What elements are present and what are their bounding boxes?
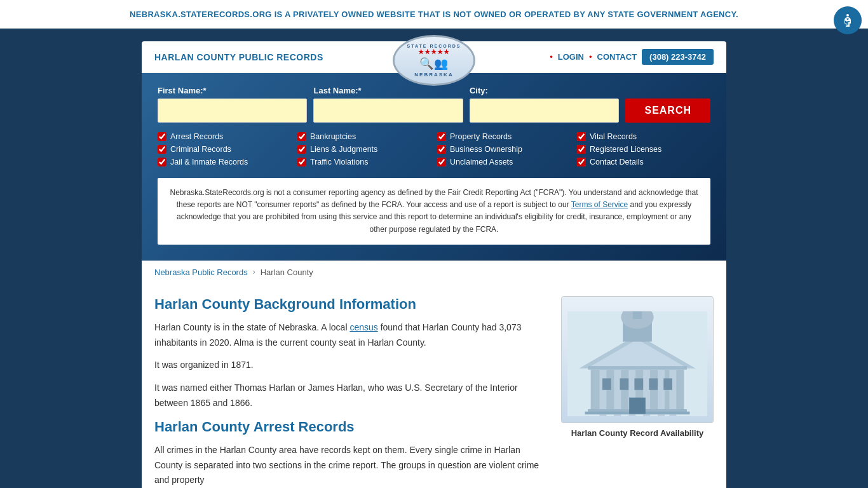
checkbox-item: Liens & Judgments	[297, 145, 431, 154]
checkbox-business-ownership[interactable]	[437, 145, 446, 154]
svg-rect-19	[634, 378, 643, 390]
checkbox-criminal-records[interactable]	[158, 145, 166, 154]
disclaimer-box: Nebraska.StateRecords.org is not a consu…	[158, 178, 710, 245]
svg-rect-7	[658, 367, 665, 416]
logo-icons: 🔍👥	[419, 57, 449, 71]
section2-title: Harlan County Arrest Records	[154, 419, 545, 435]
checkbox-item: Property Records	[437, 132, 571, 141]
svg-rect-23	[588, 366, 687, 370]
header-card: HARLAN COUNTY PUBLIC RECORDS STATE RECOR…	[142, 41, 726, 488]
checkbox-item: Bankruptcies	[297, 132, 431, 141]
section1-p3: It was named either Thomas Harlan or Jam…	[154, 381, 545, 411]
section1-p1: Harlan County is in the state of Nebrask…	[154, 320, 545, 351]
svg-rect-4	[614, 367, 621, 416]
first-name-input[interactable]	[158, 98, 307, 123]
logo-stars: ★★★★★	[418, 48, 450, 55]
checkbox-label: Arrest Records	[170, 132, 223, 141]
nav-dot-2: •	[589, 52, 592, 62]
site-title: HARLAN COUNTY PUBLIC RECORDS	[154, 52, 323, 62]
first-name-group: First Name:*	[158, 86, 307, 123]
disclaimer-text: Nebraska.StateRecords.org is not a consu…	[170, 188, 698, 234]
last-name-input[interactable]	[313, 98, 463, 123]
header-nav: • LOGIN • CONTACT (308) 223-3742	[550, 49, 714, 65]
section2-p1: All crimes in the Harlan County area hav…	[154, 443, 545, 488]
breadcrumb-separator: ›	[253, 268, 255, 276]
accessibility-button[interactable]	[834, 6, 862, 34]
checkbox-label: Liens & Judgments	[310, 145, 377, 154]
nav-dot-1: •	[550, 52, 553, 62]
sidebar: Harlan County Record Availability	[561, 283, 714, 488]
checkbox-item: Vital Records	[577, 132, 710, 141]
building-svg	[562, 311, 713, 416]
checkbox-label: Criminal Records	[170, 145, 231, 154]
banner-text: NEBRASKA.STATERECORDS.ORG IS A PRIVATELY…	[130, 10, 738, 19]
checkbox-property-records[interactable]	[437, 132, 446, 141]
svg-rect-22	[629, 397, 646, 414]
search-section: First Name:* Last Name:* City: SEARCH	[142, 73, 726, 261]
svg-rect-15	[633, 311, 642, 319]
city-label: City:	[470, 86, 619, 95]
checkbox-label: Contact Details	[590, 158, 644, 166]
checkbox-unclaimed-assets[interactable]	[437, 158, 446, 166]
main-content: Harlan County Background Information Har…	[154, 283, 545, 488]
logo-top-text: STATE RECORDS	[407, 44, 461, 48]
checkbox-label: Property Records	[450, 132, 512, 141]
checkbox-label: Jail & Inmate Records	[170, 158, 248, 166]
svg-rect-20	[649, 378, 658, 390]
breadcrumb-parent-link[interactable]: Nebraska Public Records	[154, 268, 248, 277]
center-container: HARLAN COUNTY PUBLIC RECORDS STATE RECOR…	[132, 41, 736, 488]
checkbox-item: Contact Details	[577, 158, 710, 166]
last-name-label: Last Name:*	[313, 86, 463, 95]
checkbox-label: Business Ownership	[450, 145, 522, 154]
terms-link[interactable]: Terms of Service	[571, 200, 628, 209]
search-button[interactable]: SEARCH	[625, 98, 710, 123]
checkbox-traffic-violations[interactable]	[297, 158, 306, 166]
checkbox-item: Jail & Inmate Records	[158, 158, 291, 166]
checkbox-item: Registered Licenses	[577, 145, 710, 154]
checkbox-bankruptcies[interactable]	[297, 132, 306, 141]
logo-container: STATE RECORDS ★★★★★ 🔍👥 NEBRASKA	[393, 35, 475, 86]
last-name-group: Last Name:*	[313, 86, 463, 123]
checkbox-contact-details[interactable]	[577, 158, 586, 166]
checkbox-label: Registered Licenses	[590, 145, 661, 154]
svg-rect-17	[602, 378, 611, 390]
search-fields: First Name:* Last Name:* City: SEARCH	[158, 86, 710, 123]
svg-point-0	[846, 14, 849, 17]
header-top: HARLAN COUNTY PUBLIC RECORDS STATE RECOR…	[142, 41, 726, 73]
checkbox-jail-&-inmate-records[interactable]	[158, 158, 166, 166]
census-link[interactable]: census	[349, 322, 377, 332]
checkbox-item: Traffic Violations	[297, 158, 431, 166]
content-area: Harlan County Background Information Har…	[142, 283, 726, 488]
checkbox-label: Vital Records	[590, 132, 637, 141]
breadcrumb: Nebraska Public Records › Harlan County	[142, 261, 726, 283]
checkbox-label: Traffic Violations	[310, 158, 368, 166]
checkbox-item: Arrest Records	[158, 132, 291, 141]
checkbox-label: Unclaimed Assets	[450, 158, 513, 166]
checkbox-liens-&-judgments[interactable]	[297, 145, 306, 154]
main-wrapper: HARLAN COUNTY PUBLIC RECORDS STATE RECOR…	[0, 29, 868, 488]
svg-rect-21	[663, 378, 672, 390]
breadcrumb-current: Harlan County	[261, 268, 313, 277]
checkbox-item: Unclaimed Assets	[437, 158, 571, 166]
site-logo: STATE RECORDS ★★★★★ 🔍👥 NEBRASKA	[393, 35, 475, 86]
section1-p2: It was organized in 1871.	[154, 358, 545, 373]
checkbox-item: Criminal Records	[158, 145, 291, 154]
login-link[interactable]: LOGIN	[558, 52, 584, 62]
checkbox-registered-licenses[interactable]	[577, 145, 586, 154]
logo-bottom-text: NEBRASKA	[414, 72, 453, 78]
sidebar-caption: Harlan County Record Availability	[561, 423, 714, 443]
checkboxes-grid: Arrest RecordsBankruptciesProperty Recor…	[158, 132, 710, 166]
accessibility-icon	[840, 13, 855, 28]
checkbox-vital-records[interactable]	[577, 132, 586, 141]
first-name-label: First Name:*	[158, 86, 307, 95]
section1-title: Harlan County Background Information	[154, 296, 545, 313]
top-banner: NEBRASKA.STATERECORDS.ORG IS A PRIVATELY…	[0, 0, 868, 29]
phone-button[interactable]: (308) 223-3742	[642, 49, 714, 65]
svg-rect-3	[599, 367, 606, 416]
checkbox-arrest-records[interactable]	[158, 132, 166, 141]
checkbox-label: Bankruptcies	[310, 132, 356, 141]
contact-link[interactable]: CONTACT	[597, 52, 637, 62]
svg-rect-8	[669, 367, 676, 416]
city-input[interactable]	[470, 98, 619, 123]
svg-rect-18	[620, 378, 629, 390]
